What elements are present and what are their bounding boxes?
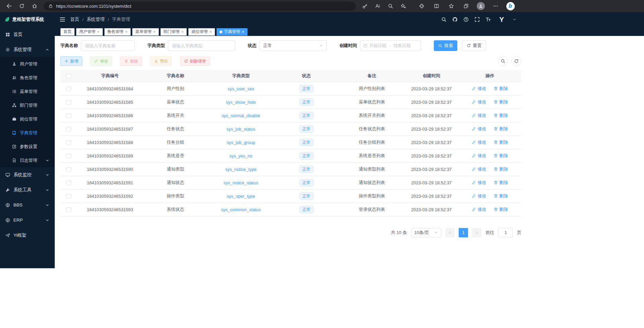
- current-page-button[interactable]: 1: [459, 228, 468, 237]
- tab-menu-mgmt[interactable]: 菜单管理×: [132, 28, 159, 36]
- dict-type-link[interactable]: sys_user_sex: [228, 86, 254, 91]
- row-delete-button[interactable]: 删除: [494, 99, 508, 105]
- row-edit-button[interactable]: 修改: [472, 126, 486, 132]
- close-tab-icon[interactable]: ×: [153, 30, 156, 34]
- sidebar-item-yi-framework[interactable]: Yi框架: [0, 228, 55, 243]
- header-search-button[interactable]: [441, 17, 447, 22]
- chevron-down-icon[interactable]: [512, 17, 516, 21]
- dict-type-link[interactable]: sys_common_status: [221, 207, 261, 212]
- page-size-select[interactable]: 10条/页: [411, 228, 441, 237]
- row-checkbox[interactable]: [66, 100, 71, 105]
- user-avatar[interactable]: Y: [497, 14, 507, 25]
- row-delete-button[interactable]: 删除: [494, 153, 508, 159]
- row-delete-button[interactable]: 删除: [494, 206, 508, 213]
- toggle-search-button[interactable]: [498, 56, 508, 66]
- row-delete-button[interactable]: 删除: [494, 180, 508, 186]
- prev-page-button[interactable]: [445, 228, 455, 237]
- extensions-button[interactable]: [414, 1, 429, 11]
- help-button[interactable]: [463, 17, 469, 22]
- sidebar-item-bbs[interactable]: BBS: [0, 197, 55, 213]
- next-page-button[interactable]: [472, 228, 481, 237]
- row-checkbox[interactable]: [66, 167, 71, 172]
- dict-type-link[interactable]: sys_job_group: [227, 140, 255, 145]
- add-favorite-button[interactable]: [397, 1, 410, 11]
- row-checkbox[interactable]: [66, 181, 71, 185]
- close-tab-icon[interactable]: ×: [209, 30, 212, 34]
- close-tab-icon[interactable]: ×: [97, 30, 100, 34]
- tab-role-mgmt[interactable]: 角色管理×: [104, 28, 131, 36]
- row-checkbox[interactable]: [66, 127, 71, 132]
- sidebar-item-dept-mgmt[interactable]: 部门管理: [0, 98, 55, 112]
- reset-button[interactable]: 重置: [462, 40, 486, 51]
- sidebar-item-system-monitor[interactable]: 系统监控: [0, 167, 55, 182]
- row-edit-button[interactable]: 修改: [472, 153, 486, 159]
- zoom-button[interactable]: [384, 1, 397, 11]
- favorites-button[interactable]: [444, 1, 459, 11]
- row-delete-button[interactable]: 删除: [494, 126, 508, 132]
- dict-type-link[interactable]: sys_normal_disable: [222, 113, 260, 118]
- tab-dept-mgmt[interactable]: 部门管理×: [160, 28, 187, 36]
- row-checkbox[interactable]: [66, 207, 71, 212]
- dict-type-link[interactable]: sys_notice_type: [225, 167, 257, 172]
- sidebar-item-post-mgmt[interactable]: 岗位管理: [0, 112, 55, 126]
- row-checkbox[interactable]: [66, 113, 71, 118]
- split-screen-button[interactable]: [429, 1, 444, 11]
- sidebar-item-system-mgmt[interactable]: 系统管理: [0, 42, 55, 57]
- refresh-cache-button[interactable]: 刷新缓存: [180, 56, 210, 66]
- font-size-button[interactable]: [486, 17, 491, 22]
- sidebar-item-home[interactable]: 首页: [0, 27, 55, 42]
- close-tab-icon[interactable]: ×: [125, 30, 128, 34]
- export-button[interactable]: 导出: [150, 56, 172, 66]
- row-edit-button[interactable]: 修改: [472, 166, 486, 172]
- row-checkbox[interactable]: [66, 154, 71, 158]
- row-checkbox[interactable]: [66, 87, 71, 91]
- row-edit-button[interactable]: 修改: [472, 193, 486, 199]
- sidebar-item-menu-mgmt[interactable]: 菜单管理: [0, 85, 55, 98]
- dict-type-link[interactable]: sys_job_status: [227, 127, 256, 132]
- row-checkbox[interactable]: [66, 194, 71, 199]
- dict-name-input[interactable]: [81, 40, 135, 51]
- tab-dict-mgmt[interactable]: 字典管理×: [217, 28, 247, 36]
- browser-menu-button[interactable]: [488, 1, 503, 11]
- browser-home-button[interactable]: [28, 1, 41, 11]
- sidebar-item-log-mgmt[interactable]: 日志管理: [0, 153, 55, 167]
- dict-type-link[interactable]: sys_yes_no: [229, 153, 252, 158]
- search-button[interactable]: 搜索: [434, 40, 457, 51]
- status-select[interactable]: 正常: [260, 40, 327, 51]
- select-all-checkbox[interactable]: [66, 74, 71, 79]
- goto-page-input[interactable]: [498, 228, 513, 237]
- row-checkbox[interactable]: [66, 140, 71, 145]
- browser-profile-button[interactable]: [473, 1, 488, 11]
- bing-chat-button[interactable]: b: [503, 1, 518, 11]
- tab-post-mgmt[interactable]: 岗位管理×: [188, 28, 215, 36]
- breadcrumb-home[interactable]: 首页: [70, 16, 79, 22]
- close-tab-icon[interactable]: ×: [242, 30, 244, 34]
- sidebar-item-param-settings[interactable]: 参数设置: [0, 140, 55, 153]
- back-button[interactable]: [3, 1, 15, 11]
- close-tab-icon[interactable]: ×: [181, 30, 184, 34]
- dict-type-link[interactable]: sys_notice_status: [224, 180, 258, 185]
- row-delete-button[interactable]: 删除: [494, 86, 508, 92]
- sidebar-item-erp[interactable]: ERP: [0, 213, 55, 228]
- dict-type-input[interactable]: [168, 40, 235, 51]
- sidebar-item-role-mgmt[interactable]: 角色管理: [0, 71, 55, 85]
- read-aloud-button[interactable]: [371, 1, 384, 11]
- row-delete-button[interactable]: 删除: [494, 166, 508, 172]
- sidebar-item-system-tools[interactable]: 系统工具: [0, 182, 55, 197]
- address-bar[interactable]: https://ccnetcore.com:1101/system/dict: [44, 2, 356, 11]
- dict-type-link[interactable]: sys_show_hide: [226, 100, 256, 105]
- github-button[interactable]: [452, 17, 458, 22]
- sidebar-item-dict-mgmt[interactable]: 字典管理: [0, 126, 55, 140]
- add-button[interactable]: 新增: [60, 56, 82, 66]
- delete-button[interactable]: 删除: [120, 56, 142, 66]
- dict-type-link[interactable]: sys_oper_type: [227, 194, 255, 199]
- row-edit-button[interactable]: 修改: [472, 206, 486, 213]
- row-edit-button[interactable]: 修改: [472, 180, 486, 186]
- tab-user-mgmt[interactable]: 用户管理×: [76, 28, 103, 36]
- sidebar-item-user-mgmt[interactable]: 用户管理: [0, 57, 55, 71]
- breadcrumb-section[interactable]: 系统管理: [87, 16, 105, 22]
- sidebar-toggle[interactable]: [59, 16, 65, 22]
- fullscreen-button[interactable]: [474, 17, 480, 22]
- tab-home[interactable]: 首页: [60, 28, 75, 36]
- app-logo[interactable]: 意框架管理系统: [0, 12, 55, 27]
